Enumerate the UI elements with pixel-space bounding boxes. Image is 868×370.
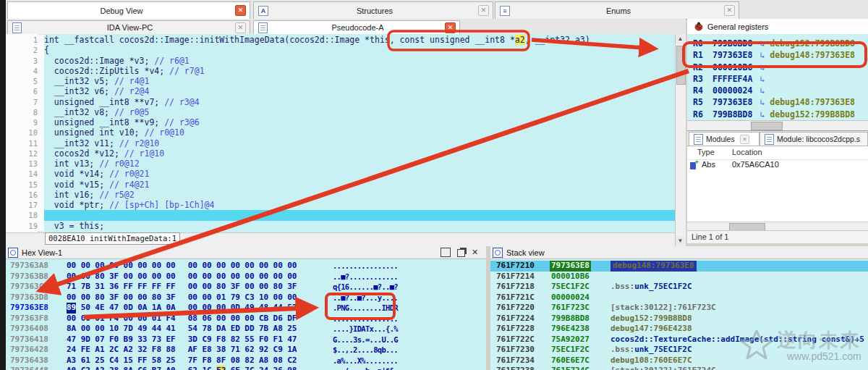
pseudocode-line[interactable]: 11 __int32 v11; // r2@10 [6, 138, 676, 148]
hex-row[interactable]: 79736438A36125C415FF58257FF88F0882A808C2… [6, 356, 486, 366]
watermark-url: www.pd521.com [787, 350, 861, 362]
panel-title: General registers [707, 22, 768, 31]
module-icon [765, 134, 774, 145]
stack-view-icon [493, 248, 503, 258]
module-row[interactable]: Abs 0x75A6CA10 [687, 160, 868, 172]
horizontal-scrollbar[interactable] [687, 120, 868, 130]
register-row[interactable]: R400000024↳ [687, 85, 868, 96]
module-type: Abs [702, 160, 715, 169]
pseudocode-line[interactable]: 10 unsigned int v10; // r0@10 [6, 127, 676, 138]
pseudocode-line[interactable]: 5 __int32 v5; // r4@1 [6, 76, 676, 86]
disasm-view-icon [12, 22, 22, 33]
pseudocode-line[interactable]: 7 unsigned __int8 **v7; // r3@4 [6, 97, 676, 107]
tab-ida-view-pc[interactable]: IDA View-PC ✕ [7, 20, 250, 34]
tab-label: Structures [271, 7, 478, 15]
pseudocode-line[interactable]: 19 v3 = this; [6, 221, 676, 231]
register-row[interactable]: R0799B8BD8↳debug152:799B8BD8 [687, 38, 868, 49]
hex-row[interactable]: 797363F8000001F4000001F40806000000CBD6DF… [6, 314, 486, 324]
register-row[interactable]: R6799B8BD8↳debug152:799B8BD8 [687, 109, 868, 120]
register-row[interactable]: R1797363E8↳debug148:797363E8 [687, 49, 868, 61]
hex-row[interactable]: 7973642824FEA12CA232F888AFE838716292C91A… [6, 345, 486, 356]
hex-row[interactable]: 797363A800000000000000000000000000000000… [6, 261, 486, 272]
hex-row[interactable]: 797364088A0000107D4944415478DAEDDD7BA825… [6, 324, 486, 335]
close-icon[interactable]: ✕ [445, 22, 456, 33]
hex-view-panel[interactable]: Hex View-1 ✕ 797363A80000000000000000000… [6, 246, 486, 370]
pseudocode-lines: 1int __fastcall cocos2d::Image::initWith… [6, 35, 676, 231]
stack-row[interactable]: 761F721C00000024 [490, 293, 868, 303]
tab-structures[interactable]: A Structures ✕ [253, 1, 493, 19]
hex-row[interactable]: 797363C8717B3136FFFFFFFF0000803F0000803F… [6, 282, 486, 293]
ladybug-icon [693, 22, 704, 31]
address-hint: 0028EA10 initWithImageData:1 [45, 232, 180, 245]
pseudocode-panel[interactable]: 1int __fastcall cocos2d::Image::initWith… [6, 34, 686, 246]
hex-row[interactable]: 797363E889504E470D0A1A0A0000000D49484452… [6, 303, 486, 314]
scroll-down-icon[interactable]: ▼ [676, 236, 685, 246]
stack-row[interactable]: 761F721875EC1F2C.bss:unk_75EC1F2C [490, 282, 868, 293]
module-location: 0x75A6CA10 [732, 160, 779, 169]
pseudocode-line[interactable]: 17 void *ptr; // [sp+Ch] [bp-1Ch]@4 [6, 200, 676, 210]
modules-tabbar: Modules ✕ Module: libcocos2dcpp.s [687, 131, 868, 146]
panel-title: Stack view [506, 248, 545, 257]
pseudocode-line[interactable]: 9 unsigned __int8 **v9; // r3@6 [6, 117, 676, 127]
pseudocode-line[interactable]: 14 void *v14; // r0@21 [6, 169, 676, 179]
hex-view-titlebar: Hex View-1 ✕ [6, 246, 486, 259]
modules-panel[interactable]: Modules ✕ Module: libcocos2dcpp.s Type L… [687, 130, 868, 243]
tab-debug-view[interactable]: Debug View ✕ [7, 1, 250, 19]
pseudocode-line[interactable]: 3 cocos2d::Image *v3; // r6@1 [6, 56, 676, 66]
panel-title: Hex View-1 [22, 248, 62, 257]
pseudocode-line[interactable]: 4 cocos2d::ZipUtils *v4; // r7@1 [6, 66, 676, 76]
desktop-tabbar: Debug View ✕ A Structures ✕ ≡ Enums ✕ [6, 0, 868, 20]
register-list: R0799B8BD8↳debug152:799B8BD8R1797363E8↳d… [687, 34, 868, 120]
hex-dump: 797363A800000000000000000000000000000000… [6, 261, 486, 370]
tab-label: Debug View [8, 7, 235, 15]
tab-modules[interactable]: Modules ✕ [689, 132, 760, 146]
pseudocode-line[interactable]: 1int __fastcall cocos2d::Image::initWith… [6, 35, 676, 45]
tab-label: Enums [513, 7, 724, 15]
register-row[interactable]: R5797363E8↳debug148:797363E8 [687, 96, 868, 108]
stack-row[interactable]: 761F7224799B8BD8debug152:799B8BD8 [490, 314, 868, 324]
hex-view-icon [8, 248, 18, 258]
pseudocode-line[interactable]: 15 void *v15; // r4@21 [6, 180, 676, 190]
pseudocode-line[interactable]: 18 [6, 210, 676, 220]
pseudocode-line[interactable]: 2{ [6, 45, 676, 55]
hex-row[interactable]: 797363B80000803F000000000000000000000000… [6, 272, 486, 282]
stack-row[interactable]: 761F7238761F724C[stack:30122]:761F724C [490, 366, 868, 370]
hex-row[interactable]: 797363D80000803F0000803F00000179C3100000… [6, 293, 486, 303]
restore-icon[interactable] [457, 249, 465, 257]
watermark-text: 逆向未来 [777, 327, 861, 353]
pseudocode-line[interactable]: 8 __int32 v8; // r0@5 [6, 107, 676, 117]
close-icon[interactable]: ✕ [724, 5, 735, 16]
pseudocode-line[interactable]: 13 int v13; // r0@12 [6, 159, 676, 169]
hex-row[interactable]: 79736448A0C2A2288AC6B7A0621CF26E7C242698… [6, 366, 486, 370]
scroll-up-icon[interactable]: ▲ [676, 34, 685, 44]
tab-enums[interactable]: ≡ Enums ✕ [495, 1, 739, 19]
register-row[interactable]: R2000010B6↳ [687, 62, 868, 73]
tab-module-libcocos2dcpp[interactable]: Module: libcocos2dcpp.s [760, 132, 868, 146]
maximize-icon[interactable] [441, 248, 451, 257]
pseudocode-line[interactable]: 6 __int32 v6; // r2@4 [6, 86, 676, 96]
close-icon[interactable]: ✕ [472, 248, 480, 256]
close-icon[interactable]: ✕ [235, 22, 246, 33]
scrollbar-thumb[interactable] [751, 122, 783, 130]
close-icon[interactable]: ✕ [740, 135, 749, 144]
pseudocode-statusbar: 0028EA10 initWithImageData:1 [6, 232, 676, 246]
general-registers-header: General registers [687, 19, 868, 35]
tab-pseudocode-a[interactable]: Pseudocode-A ✕ [253, 20, 460, 34]
stack-row[interactable]: 761F7214000010B6 [490, 272, 868, 282]
enums-icon: ≡ [500, 6, 510, 16]
close-icon[interactable]: ✕ [478, 5, 489, 16]
stack-row[interactable]: 761F7220761F723C[stack:30122]:761F723C [490, 303, 868, 314]
column-type[interactable]: Type [697, 148, 715, 156]
abs-pin-icon [690, 162, 696, 169]
column-location[interactable]: Location [732, 148, 762, 156]
close-icon[interactable]: ✕ [235, 5, 246, 16]
stack-row[interactable]: 761F7210797363E8debug148:797363E8 [490, 261, 868, 272]
hex-row[interactable]: 79736418479D07F0B93373EF3DC9F88255F0F147… [6, 335, 486, 345]
registers-panel[interactable]: R0799B8BD8↳debug152:799B8BD8R1797363E8↳d… [687, 34, 868, 130]
pseudocode-view-icon [258, 22, 268, 33]
scrollbar-thumb[interactable] [676, 46, 686, 85]
pseudocode-line[interactable]: 12 cocos2d *v12; // r1@10 [6, 148, 676, 159]
pseudocode-line[interactable]: 16 int v16; // r5@2 [6, 190, 676, 200]
register-row[interactable]: R3FFFFEF4A↳ [687, 73, 868, 85]
vertical-scrollbar[interactable]: ▲ ▼ [675, 34, 686, 246]
